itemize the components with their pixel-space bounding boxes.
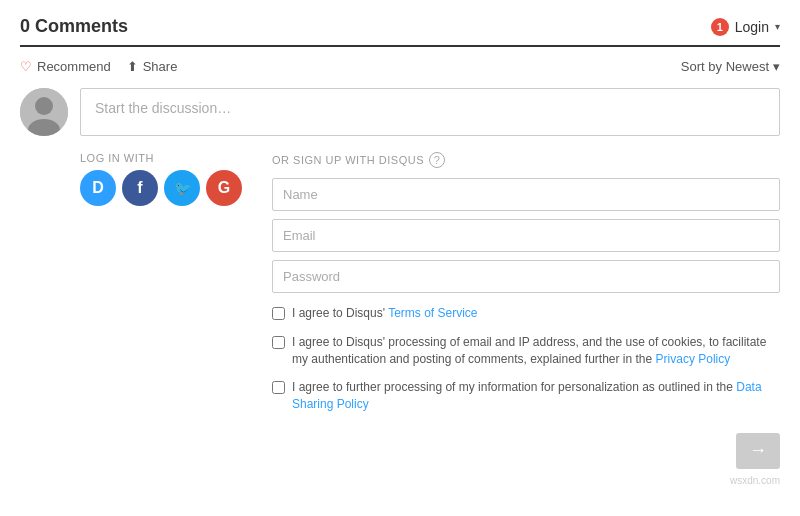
facebook-login-button[interactable]: f xyxy=(122,170,158,206)
sort-chevron-icon: ▾ xyxy=(773,59,780,74)
svg-point-1 xyxy=(35,97,53,115)
data-sharing-checkbox[interactable] xyxy=(272,381,285,394)
data-sharing-text: I agree to further processing of my info… xyxy=(292,379,780,413)
submit-button[interactable]: → xyxy=(736,433,780,469)
share-label: Share xyxy=(143,59,178,74)
submit-area: → xyxy=(272,433,780,469)
share-icon: ⬆ xyxy=(127,59,138,74)
sort-by-button[interactable]: Sort by Newest ▾ xyxy=(681,59,780,74)
privacy-text: I agree to Disqus' processing of email a… xyxy=(292,334,780,368)
discussion-input[interactable]: Start the discussion… xyxy=(80,88,780,136)
tos-text-prefix: I agree to Disqus' xyxy=(292,306,385,320)
google-login-button[interactable]: G xyxy=(206,170,242,206)
login-area: 1 Login ▾ xyxy=(711,18,780,36)
sort-label: Sort by Newest xyxy=(681,59,769,74)
watermark: wsxdn.com xyxy=(20,475,780,486)
signup-label-text: OR SIGN UP WITH DISQUS xyxy=(272,154,424,166)
signup-form: I agree to Disqus' Terms of Service I ag… xyxy=(272,178,780,469)
data-sharing-text-content: I agree to further processing of my info… xyxy=(292,380,733,394)
login-link[interactable]: Login xyxy=(735,19,769,35)
tos-text: I agree to Disqus' Terms of Service xyxy=(292,305,478,322)
name-field[interactable] xyxy=(272,178,780,211)
action-left: ♡ Recommend ⬆ Share xyxy=(20,59,177,74)
action-bar: ♡ Recommend ⬆ Share Sort by Newest ▾ xyxy=(20,59,780,74)
disqus-login-button[interactable]: D xyxy=(80,170,116,206)
log-in-with: LOG IN WITH D f 🐦 G xyxy=(80,152,242,469)
log-in-label: LOG IN WITH xyxy=(80,152,242,164)
twitter-login-button[interactable]: 🐦 xyxy=(164,170,200,206)
data-sharing-checkbox-row: I agree to further processing of my info… xyxy=(272,379,780,413)
recommend-label: Recommend xyxy=(37,59,111,74)
comments-count: 0 Comments xyxy=(20,16,128,37)
disqus-widget: 0 Comments 1 Login ▾ ♡ Recommend ⬆ Share… xyxy=(0,0,800,502)
email-field[interactable] xyxy=(272,219,780,252)
password-field[interactable] xyxy=(272,260,780,293)
notification-badge: 1 xyxy=(711,18,729,36)
recommend-button[interactable]: ♡ Recommend xyxy=(20,59,111,74)
top-bar: 0 Comments 1 Login ▾ xyxy=(20,16,780,47)
privacy-checkbox[interactable] xyxy=(272,336,285,349)
privacy-link[interactable]: Privacy Policy xyxy=(656,352,731,366)
heart-icon: ♡ xyxy=(20,59,32,74)
discussion-row: Start the discussion… xyxy=(20,88,780,136)
share-button[interactable]: ⬆ Share xyxy=(127,59,178,74)
help-icon[interactable]: ? xyxy=(429,152,445,168)
avatar xyxy=(20,88,68,136)
tos-link[interactable]: Terms of Service xyxy=(388,306,477,320)
login-chevron-icon[interactable]: ▾ xyxy=(775,21,780,32)
tos-checkbox[interactable] xyxy=(272,307,285,320)
signup-section: OR SIGN UP WITH DISQUS ? I agree to Disq… xyxy=(272,152,780,469)
privacy-checkbox-row: I agree to Disqus' processing of email a… xyxy=(272,334,780,368)
signup-label: OR SIGN UP WITH DISQUS ? xyxy=(272,152,780,168)
login-section: LOG IN WITH D f 🐦 G OR SIGN UP WITH DISQ… xyxy=(80,152,780,469)
tos-checkbox-row: I agree to Disqus' Terms of Service xyxy=(272,305,780,322)
social-icons: D f 🐦 G xyxy=(80,170,242,206)
